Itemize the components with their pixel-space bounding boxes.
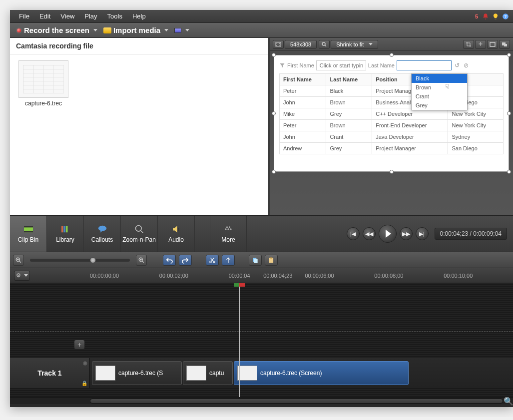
video-canvas[interactable]: First Name Last Name ↺ ⊘ Black Brown Cra… [274, 55, 509, 172]
clip-bin-pane: Camtasia recording file capture-6.trec [10, 38, 270, 215]
column-header[interactable]: Last Name [326, 74, 372, 85]
cut-button[interactable] [206, 255, 219, 266]
tab-library[interactable]: Library [47, 216, 84, 252]
zoom-fit-icon[interactable]: 🔍 [505, 398, 512, 405]
menu-file[interactable]: File [14, 12, 34, 20]
play-button[interactable] [379, 225, 397, 243]
table-row: JohnBrownBusiness-AnalystSan Diego [280, 97, 504, 108]
step-forward-button[interactable]: ▶▶ [400, 227, 413, 240]
clip-thumbnail [186, 366, 206, 381]
undo-button[interactable] [163, 255, 176, 266]
menu-edit[interactable]: Edit [34, 12, 55, 20]
dropdown-item[interactable]: Crant [412, 92, 467, 101]
clip-caption: capture-6.trec [25, 100, 62, 107]
ruler-mark: 00:00:04 [229, 268, 263, 283]
clip-bin-heading: Camtasia recording file [10, 38, 268, 54]
record-screen-button[interactable]: Record the screen [13, 24, 100, 36]
dropdown-item[interactable]: Brown [412, 83, 467, 92]
column-header[interactable]: First Name [280, 74, 326, 85]
selection-handle[interactable] [272, 111, 276, 115]
svg-point-19 [229, 226, 230, 228]
track-row: Track 1 ◉ 🔒 capture-6.trec (S captu [10, 358, 513, 388]
track-header[interactable]: Track 1 ◉ 🔒 [10, 358, 90, 388]
canvas-dimensions-button[interactable] [273, 40, 284, 49]
menu-tools[interactable]: Tools [102, 12, 127, 20]
track-body[interactable]: capture-6.trec (S captu capture-6.trec (… [90, 358, 513, 388]
eye-icon[interactable]: ◉ [83, 360, 87, 366]
step-back-button[interactable]: ◀◀ [363, 227, 376, 240]
add-track-button[interactable]: + [74, 340, 85, 350]
detach-icon[interactable] [499, 40, 510, 49]
reset-icon[interactable]: ↺ [454, 62, 461, 69]
selection-handle[interactable] [390, 170, 394, 174]
split-button[interactable] [222, 255, 235, 266]
skip-end-button[interactable]: ▶| [416, 227, 429, 240]
svg-point-15 [225, 228, 226, 230]
selection-handle[interactable] [390, 53, 394, 57]
paste-button[interactable] [265, 255, 278, 266]
record-icon [16, 27, 22, 33]
zoom-slider[interactable] [30, 259, 130, 262]
timeline-clip[interactable]: captu [183, 361, 233, 385]
skip-start-button[interactable]: |◀ [347, 227, 360, 240]
pan-icon[interactable] [475, 40, 486, 49]
tab-audio[interactable]: Audio [158, 216, 195, 252]
clip-item[interactable]: capture-6.trec [16, 60, 71, 107]
fullscreen-icon[interactable] [487, 40, 498, 49]
timeline-clip[interactable]: capture-6.trec (Screen) [234, 361, 409, 385]
selection-handle[interactable] [507, 170, 511, 174]
help-icon[interactable]: ? [502, 13, 509, 20]
table-row: PeterBlackProject Manager [280, 85, 504, 97]
selection-handle[interactable] [507, 111, 511, 115]
books-icon [59, 224, 71, 234]
ruler-mark: 00:00:02;00 [159, 268, 229, 283]
lightbulb-icon[interactable] [492, 13, 499, 20]
lock-icon[interactable]: 🔒 [81, 381, 87, 386]
zoom-in-button[interactable] [136, 255, 147, 266]
menu-play[interactable]: Play [79, 12, 102, 20]
slider-thumb[interactable] [90, 257, 96, 263]
timeline-ruler[interactable]: ⚙ 00:00:00;00 00:00:02;00 00:00:04 00:00… [10, 268, 513, 283]
timeline-scrollbar[interactable]: 🔍 [10, 397, 513, 404]
timeline-clip[interactable]: capture-6.trec (S [92, 361, 182, 385]
speaker-icon [170, 224, 182, 234]
menubar: File Edit View Play Tools Help 5 ? [10, 10, 513, 23]
menu-help[interactable]: Help [127, 12, 151, 20]
folder-icon [103, 27, 111, 33]
svg-point-3 [322, 42, 325, 45]
first-name-input[interactable] [316, 60, 366, 70]
zoom-dropdown[interactable]: Shrink to fit [331, 40, 378, 49]
svg-rect-9 [24, 231, 33, 233]
scrollbar-thumb[interactable] [90, 399, 503, 404]
dropdown-item[interactable]: Black [412, 74, 467, 83]
bell-icon[interactable] [482, 13, 489, 20]
crop-icon[interactable] [463, 40, 474, 49]
last-name-input[interactable] [397, 60, 452, 70]
canvas-area: First Name Last Name ↺ ⊘ Black Brown Cra… [270, 51, 513, 215]
copy-button[interactable] [249, 255, 262, 266]
timeline-settings-button[interactable]: ⚙ [14, 271, 30, 281]
preview-pane: 548x308 Shrink to fit [270, 38, 513, 215]
redo-button[interactable] [179, 255, 192, 266]
dropdown-item[interactable]: Grey [412, 101, 467, 110]
last-name-label: Last Name [368, 62, 395, 68]
clip-thumbnail [237, 366, 257, 381]
menu-view[interactable]: View [55, 12, 79, 20]
selection-handle[interactable] [507, 53, 511, 57]
gear-icon: ⚙ [16, 272, 21, 279]
tab-more[interactable]: More [210, 216, 247, 252]
player-controls: |◀ ◀◀ ▶▶ ▶| 0:00:04;23 / 0:00:09;04 [247, 216, 513, 252]
selection-handle[interactable] [272, 170, 276, 174]
playhead[interactable] [239, 283, 240, 397]
zoom-search-icon[interactable] [319, 40, 330, 49]
selection-handle[interactable] [272, 53, 276, 57]
zoom-out-button[interactable] [13, 255, 24, 266]
filter-row: First Name Last Name ↺ ⊘ [279, 60, 504, 70]
tab-zoom-pan[interactable]: Zoom-n-Pan [121, 216, 158, 252]
svg-rect-4 [490, 42, 495, 46]
import-media-button[interactable]: Import media [100, 24, 171, 36]
produce-share-button[interactable] [171, 24, 192, 36]
tab-callouts[interactable]: Callouts [84, 216, 121, 252]
clear-icon[interactable]: ⊘ [463, 62, 470, 69]
tab-clip-bin[interactable]: Clip Bin [10, 216, 47, 252]
